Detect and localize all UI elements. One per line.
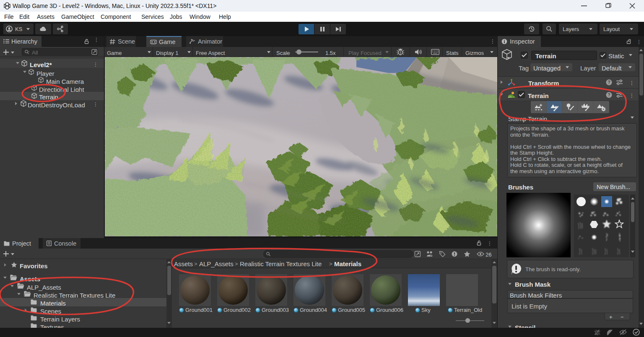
svg-text:?: ? (608, 80, 610, 85)
svg-text:?: ? (608, 93, 610, 97)
